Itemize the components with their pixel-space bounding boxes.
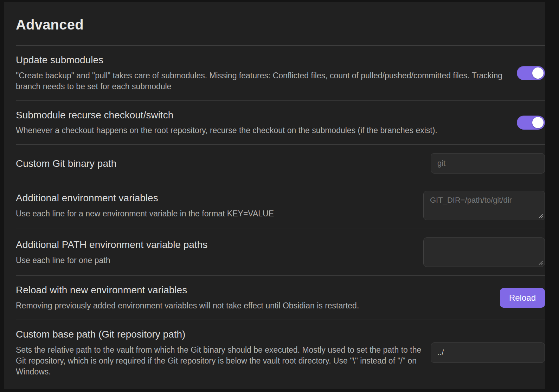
setting-reload-env: Reload with new environment variables Re…	[16, 275, 545, 320]
setting-description: Whenever a checkout happens on the root …	[16, 125, 509, 136]
setting-custom-base-path: Custom base path (Git repository path) S…	[16, 320, 545, 386]
setting-control	[517, 66, 545, 80]
bottom-divider	[16, 386, 545, 386]
setting-control: Reload	[500, 288, 545, 308]
setting-description: Removing previously added environment va…	[16, 300, 492, 311]
setting-description: Use each line for one path	[16, 255, 416, 266]
setting-name: Custom Git binary path	[16, 158, 423, 170]
setting-name: Update submodules	[16, 54, 509, 66]
setting-info: Additional PATH environment variable pat…	[16, 239, 423, 266]
settings-pane: Advanced Update submodules "Create backu…	[4, 2, 545, 389]
reload-button[interactable]: Reload	[500, 288, 545, 308]
setting-description: Use each line for a new environment vari…	[16, 208, 416, 219]
setting-additional-path-env: Additional PATH environment variable pat…	[16, 229, 545, 275]
setting-info: Submodule recurse checkout/switch Whenev…	[16, 109, 517, 136]
git-binary-path-input[interactable]	[431, 153, 545, 174]
setting-info: Additional environment variables Use eac…	[16, 192, 423, 219]
setting-control	[423, 191, 545, 220]
setting-description: "Create backup" and "pull" takes care of…	[16, 70, 509, 92]
setting-info: Custom base path (Git repository path) S…	[16, 328, 431, 377]
path-env-textarea[interactable]	[423, 237, 545, 267]
textarea-wrap	[423, 237, 545, 267]
textarea-wrap	[423, 191, 545, 220]
setting-info: Update submodules "Create backup" and "p…	[16, 54, 517, 92]
toggle-knob	[532, 67, 544, 79]
env-variables-textarea[interactable]	[423, 191, 545, 220]
setting-name: Submodule recurse checkout/switch	[16, 109, 509, 121]
setting-name: Custom base path (Git repository path)	[16, 328, 423, 340]
setting-info: Reload with new environment variables Re…	[16, 284, 500, 311]
setting-additional-env-variables: Additional environment variables Use eac…	[16, 182, 545, 229]
submodule-recurse-toggle[interactable]	[517, 116, 545, 130]
setting-control	[423, 237, 545, 267]
setting-info: Custom Git binary path	[16, 158, 431, 170]
setting-update-submodules: Update submodules "Create backup" and "p…	[16, 45, 545, 100]
setting-name: Additional PATH environment variable pat…	[16, 239, 416, 251]
setting-control	[517, 116, 545, 130]
setting-description: Sets the relative path to the vault from…	[16, 345, 423, 377]
toggle-knob	[532, 117, 544, 128]
setting-custom-git-binary-path: Custom Git binary path	[16, 144, 545, 182]
custom-base-path-input[interactable]	[431, 342, 545, 363]
page-title: Advanced	[16, 2, 545, 45]
setting-submodule-recurse: Submodule recurse checkout/switch Whenev…	[16, 100, 545, 145]
update-submodules-toggle[interactable]	[517, 66, 545, 80]
setting-control	[431, 342, 545, 363]
setting-name: Reload with new environment variables	[16, 284, 492, 296]
setting-control	[431, 153, 545, 174]
setting-name: Additional environment variables	[16, 192, 416, 204]
